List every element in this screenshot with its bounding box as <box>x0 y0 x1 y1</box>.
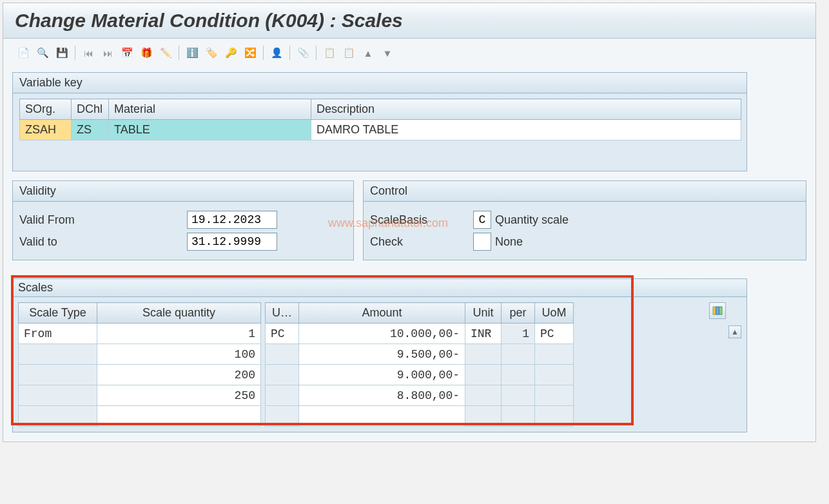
cell-material[interactable]: TABLE <box>109 120 311 141</box>
cell-u-0[interactable]: PC <box>266 324 299 344</box>
cell-uom-4[interactable] <box>535 406 574 427</box>
title-bar: Change Material Condition (K004) : Scale… <box>3 3 815 39</box>
valid-to-label: Valid to <box>19 235 187 249</box>
col-uom[interactable]: UoM <box>535 303 574 324</box>
cell-type-0[interactable]: From <box>19 324 97 344</box>
separator <box>316 46 317 60</box>
relations-icon[interactable]: 🔀 <box>242 45 258 61</box>
check-text: None <box>495 235 523 249</box>
col-material[interactable]: Material <box>109 99 311 120</box>
display-doc-icon[interactable]: 📄 <box>15 45 32 61</box>
cell-qty-1[interactable]: 100 <box>97 344 261 365</box>
scalebasis-label: ScaleBasis <box>370 213 473 227</box>
scroll-up-icon[interactable]: ▲ <box>728 325 741 338</box>
info-icon[interactable]: ℹ️ <box>184 45 200 61</box>
separator <box>263 46 264 60</box>
validity-title: Validity <box>13 181 353 202</box>
doc1-icon[interactable]: 📋 <box>321 45 338 61</box>
col-scale-qty[interactable]: Scale quantity <box>97 303 261 324</box>
col-per[interactable]: per <box>502 303 535 324</box>
cell-uom-1[interactable] <box>535 344 574 365</box>
scalebasis-text: Quantity scale <box>495 213 569 227</box>
cell-per-3[interactable] <box>502 385 535 406</box>
user-icon[interactable]: 👤 <box>268 45 285 61</box>
key-icon[interactable]: 🔑 <box>222 45 239 61</box>
next-record-icon[interactable]: ⏭ <box>99 45 116 61</box>
col-u[interactable]: U… <box>266 303 299 324</box>
calendar-icon[interactable]: 📅 <box>119 45 135 61</box>
attach-icon[interactable]: 📎 <box>295 45 311 61</box>
scales-table-right: U… Amount Unit per UoM PC 10.000,00- INR… <box>265 302 574 427</box>
hierarchy-icon[interactable]: 🏷️ <box>203 45 220 61</box>
col-scale-type[interactable]: Scale Type <box>19 303 97 324</box>
check-label: Check <box>370 235 473 249</box>
cell-unit-2[interactable] <box>465 365 502 385</box>
check-code-input[interactable] <box>473 233 491 251</box>
cell-amt-0[interactable]: 10.000,00- <box>299 324 465 344</box>
cell-amt-1[interactable]: 9.500,00- <box>299 344 465 365</box>
cell-unit-4[interactable] <box>465 406 502 427</box>
cell-u-4[interactable] <box>266 406 299 427</box>
cell-uom-0[interactable]: PC <box>535 324 574 344</box>
cell-uom-3[interactable] <box>535 385 574 406</box>
cell-amt-3[interactable]: 8.800,00- <box>299 385 465 406</box>
cell-sorg[interactable]: ZSAH <box>20 120 72 141</box>
valid-from-input[interactable] <box>187 211 277 229</box>
cell-unit-3[interactable] <box>465 385 502 406</box>
cell-amt-2[interactable]: 9.000,00- <box>299 365 465 385</box>
expand-down-icon[interactable]: ▼ <box>379 45 396 61</box>
page-title: Change Material Condition (K004) : Scale… <box>15 10 403 31</box>
variable-key-group: Variable key SOrg. DChl Material Descrip… <box>12 72 747 171</box>
cell-dchl[interactable]: ZS <box>72 120 109 141</box>
content-area: Variable key SOrg. DChl Material Descrip… <box>3 67 815 441</box>
separator <box>179 46 179 60</box>
edit-icon[interactable]: ✏️ <box>157 45 174 61</box>
separator <box>289 46 290 60</box>
col-dchl[interactable]: DChl <box>72 99 109 120</box>
cell-u-1[interactable] <box>266 344 299 365</box>
scales-group: Scales Scale Type Scale quantity From1 1… <box>12 278 806 432</box>
cell-qty-2[interactable]: 200 <box>97 365 261 385</box>
gift-icon[interactable]: 🎁 <box>138 45 155 61</box>
validity-group: Validity Valid From Valid to <box>12 180 354 260</box>
cell-u-2[interactable] <box>266 365 299 385</box>
doc2-icon[interactable]: 📋 <box>340 45 357 61</box>
cell-qty-3[interactable]: 250 <box>97 385 261 406</box>
cell-type-3[interactable] <box>19 385 97 406</box>
cell-u-3[interactable] <box>266 385 299 406</box>
cell-qty-4[interactable] <box>97 406 261 427</box>
cell-qty-0[interactable]: 1 <box>97 324 261 344</box>
scales-title: Scales <box>12 278 747 296</box>
cell-type-1[interactable] <box>19 344 97 365</box>
variable-key-row[interactable]: ZSAH ZS TABLE DAMRO TABLE <box>20 120 741 141</box>
control-title: Control <box>364 181 806 202</box>
scalebasis-code-input[interactable] <box>473 211 491 229</box>
cell-unit-0[interactable]: INR <box>465 324 502 344</box>
cell-per-2[interactable] <box>502 365 535 385</box>
cell-amt-4[interactable] <box>299 406 465 427</box>
cell-per-0[interactable]: 1 <box>502 324 535 344</box>
cell-per-1[interactable] <box>502 344 535 365</box>
expand-up-icon[interactable]: ▲ <box>360 45 376 61</box>
col-amount[interactable]: Amount <box>299 303 465 324</box>
svg-rect-0 <box>713 307 716 315</box>
col-sorg[interactable]: SOrg. <box>20 99 72 120</box>
svg-rect-2 <box>719 307 722 315</box>
cell-unit-1[interactable] <box>465 344 502 365</box>
cell-per-4[interactable] <box>502 406 535 427</box>
configure-columns-icon[interactable] <box>709 302 726 319</box>
cell-uom-2[interactable] <box>535 365 574 385</box>
app-window: Change Material Condition (K004) : Scale… <box>3 3 816 442</box>
cell-type-2[interactable] <box>19 365 97 385</box>
col-description[interactable]: Description <box>311 99 741 120</box>
overview-icon[interactable]: 🔍 <box>34 45 51 61</box>
save-icon[interactable]: 💾 <box>54 45 70 61</box>
cell-description[interactable]: DAMRO TABLE <box>311 120 741 141</box>
valid-to-input[interactable] <box>187 233 277 251</box>
svg-rect-1 <box>716 307 719 315</box>
toolbar: 📄 🔍 💾 ⏮ ⏭ 📅 🎁 ✏️ ℹ️ 🏷️ 🔑 🔀 👤 📎 📋 📋 ▲ ▼ <box>3 39 815 67</box>
separator <box>75 46 75 60</box>
cell-type-4[interactable] <box>19 406 97 427</box>
first-record-icon[interactable]: ⏮ <box>80 45 97 61</box>
col-unit[interactable]: Unit <box>465 303 502 324</box>
